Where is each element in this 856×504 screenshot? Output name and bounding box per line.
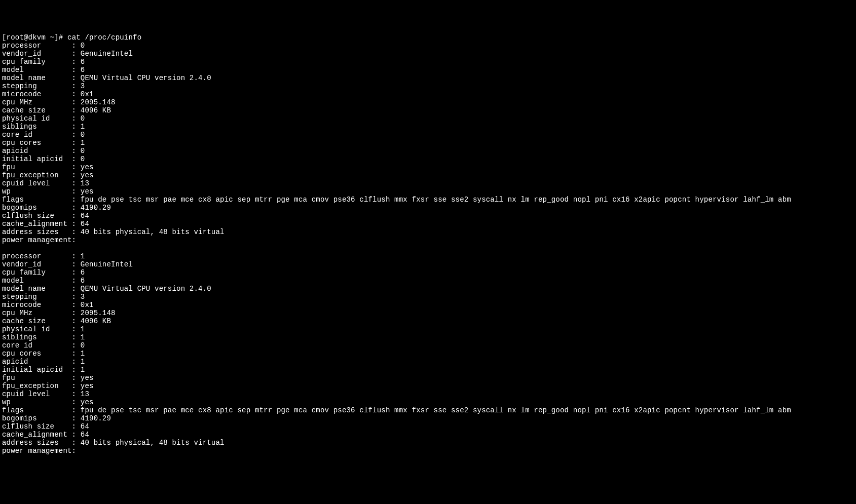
prompt: [root@dkvm ~]# bbox=[2, 33, 67, 42]
command: cat /proc/cpuinfo bbox=[67, 33, 141, 42]
command-output: processor : 0 vendor_id : GenuineIntel c… bbox=[2, 42, 791, 455]
terminal[interactable]: [root@dkvm ~]# cat /proc/cpuinfo process… bbox=[2, 33, 854, 455]
